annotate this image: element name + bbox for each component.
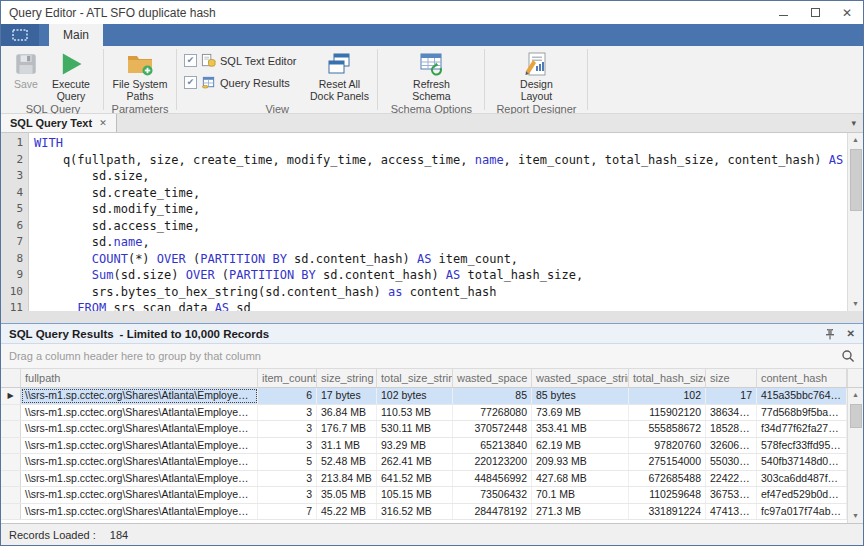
cell-total_hash_size[interactable]: 275154000 xyxy=(629,454,706,470)
cell-total_hash_size[interactable]: 672685488 xyxy=(629,471,706,487)
grid-vertical-scrollbar[interactable]: ▲ ▼ xyxy=(847,388,863,523)
cell-size[interactable]: 55030800 xyxy=(706,454,757,470)
cell-item_count[interactable]: 5 xyxy=(258,454,317,470)
app-menu-button[interactable] xyxy=(1,24,39,46)
code-text[interactable]: q(fullpath, size, create_time, modify_ti… xyxy=(29,152,863,169)
cell-fullpath[interactable]: \\srs-m1.sp.cctec.org\Shares\Atlanta\Emp… xyxy=(21,454,258,470)
cell-size[interactable]: 32606920 xyxy=(706,438,757,454)
panel-splitter[interactable] xyxy=(1,311,863,323)
code-text[interactable]: COUNT(*) OVER (PARTITION BY sd.content_h… xyxy=(29,251,518,268)
code-text[interactable]: sd.access_time, xyxy=(29,218,200,235)
cell-item_count[interactable]: 3 xyxy=(258,438,317,454)
cell-item_count[interactable]: 3 xyxy=(258,421,317,437)
column-header-total_size_string[interactable]: total_size_string xyxy=(377,369,453,387)
cell-item_count[interactable]: 7 xyxy=(258,504,317,520)
cell-fullpath[interactable]: \\srs-m1.sp.cctec.org\Shares\Atlanta\Emp… xyxy=(21,438,258,454)
cell-size_string[interactable]: 176.7 MB xyxy=(317,421,377,437)
table-row[interactable]: \\srs-m1.sp.cctec.org\Shares\Atlanta\Emp… xyxy=(1,471,847,488)
cell-fullpath[interactable]: \\srs-m1.sp.cctec.org\Shares\Atlanta\Emp… xyxy=(21,487,258,503)
search-icon[interactable] xyxy=(841,349,855,363)
cell-wasted_space[interactable]: 73506432 xyxy=(453,487,532,503)
cell-size[interactable]: 224228496 xyxy=(706,471,757,487)
cell-size_string[interactable]: 36.84 MB xyxy=(317,405,377,421)
table-row[interactable]: \\srs-m1.sp.cctec.org\Shares\Atlanta\Emp… xyxy=(1,487,847,504)
cell-size_string[interactable]: 45.22 MB xyxy=(317,504,377,520)
cell-total_size_string[interactable]: 530.11 MB xyxy=(377,421,453,437)
cell-fullpath[interactable]: \\srs-m1.sp.cctec.org\Shares\Atlanta\Emp… xyxy=(21,504,258,520)
design-layout-button[interactable]: Design Layout xyxy=(509,47,563,102)
sql-editor[interactable]: 1WITH2 q(fullpath, size, create_time, mo… xyxy=(1,133,863,311)
code-text[interactable]: sd.create_time, xyxy=(29,185,200,202)
cell-wasted_space[interactable]: 284478192 xyxy=(453,504,532,520)
cell-wasted_space_string[interactable]: 73.69 MB xyxy=(532,405,629,421)
cell-wasted_space_string[interactable]: 271.3 MB xyxy=(532,504,629,520)
cell-content_hash[interactable]: ef47ed529b0d16... xyxy=(757,487,847,503)
cell-wasted_space_string[interactable]: 85 bytes xyxy=(532,388,629,404)
code-text[interactable]: sd.modify_time, xyxy=(29,201,200,218)
cell-content_hash[interactable]: 540fb37148d063... xyxy=(757,454,847,470)
cell-size[interactable]: 17 xyxy=(706,388,757,404)
tab-list-dropdown-icon[interactable]: ▾ xyxy=(851,114,863,132)
cell-content_hash[interactable]: 415a35bbc764ccf... xyxy=(757,388,847,404)
cell-wasted_space_string[interactable]: 209.93 MB xyxy=(532,454,629,470)
cell-size_string[interactable]: 213.84 MB xyxy=(317,471,377,487)
cell-wasted_space_string[interactable]: 427.68 MB xyxy=(532,471,629,487)
cell-content_hash[interactable]: 77d568b9f5ba8c... xyxy=(757,405,847,421)
column-header-size_string[interactable]: size_string xyxy=(317,369,377,387)
pin-icon[interactable] xyxy=(825,328,835,340)
cell-wasted_space[interactable]: 448456992 xyxy=(453,471,532,487)
cell-wasted_space[interactable]: 370572448 xyxy=(453,421,532,437)
cell-item_count[interactable]: 3 xyxy=(258,405,317,421)
maximize-button[interactable] xyxy=(799,1,831,24)
cell-fullpath[interactable]: \\srs-m1.sp.cctec.org\Shares\Atlanta\Emp… xyxy=(21,388,258,404)
table-row[interactable]: \\srs-m1.sp.cctec.org\Shares\Atlanta\Emp… xyxy=(1,438,847,455)
scroll-down-icon[interactable]: ▼ xyxy=(848,297,863,311)
cell-fullpath[interactable]: \\srs-m1.sp.cctec.org\Shares\Atlanta\Emp… xyxy=(21,405,258,421)
cell-wasted_space[interactable]: 77268080 xyxy=(453,405,532,421)
cell-total_size_string[interactable]: 641.52 MB xyxy=(377,471,453,487)
checkbox-checked-icon[interactable]: ✔ xyxy=(184,54,197,67)
cell-total_size_string[interactable]: 105.15 MB xyxy=(377,487,453,503)
code-text[interactable]: Sum(sd.size) OVER (PARTITION BY sd.conte… xyxy=(29,267,583,284)
close-button[interactable]: ✕ xyxy=(831,1,863,24)
panel-close-icon[interactable]: ✕ xyxy=(847,328,855,339)
execute-query-button[interactable]: Execute Query xyxy=(44,47,98,102)
cell-size[interactable]: 38634040 xyxy=(706,405,757,421)
code-text[interactable]: srs.bytes_to_hex_string(sd.content_hash)… xyxy=(29,284,496,301)
cell-content_hash[interactable]: 303ca6dd487f1c0... xyxy=(757,471,847,487)
cell-wasted_space[interactable]: 220123200 xyxy=(453,454,532,470)
cell-content_hash[interactable]: f34d77f62fa27a9... xyxy=(757,421,847,437)
scroll-down-icon[interactable]: ▼ xyxy=(848,509,863,523)
cell-total_size_string[interactable]: 102 bytes xyxy=(377,388,453,404)
code-text[interactable]: FROM srs_scan_data AS sd xyxy=(29,300,251,311)
cell-total_hash_size[interactable]: 115902120 xyxy=(629,405,706,421)
sql-text-editor-checkbox-item[interactable]: ✔ SQL Text Editor xyxy=(184,53,296,68)
reset-dock-panels-button[interactable]: Reset All Dock Panels xyxy=(306,47,372,102)
cell-size_string[interactable]: 35.05 MB xyxy=(317,487,377,503)
cell-size[interactable]: 36753216 xyxy=(706,487,757,503)
save-button[interactable]: Save xyxy=(8,47,44,91)
column-header-content_hash[interactable]: content_hash xyxy=(757,369,847,387)
column-header-size[interactable]: size xyxy=(706,369,757,387)
tab-main[interactable]: Main xyxy=(49,24,103,46)
scroll-up-icon[interactable]: ▲ xyxy=(848,133,863,147)
cell-total_hash_size[interactable]: 102 xyxy=(629,388,706,404)
column-header-fullpath[interactable]: fullpath xyxy=(21,369,258,387)
cell-wasted_space_string[interactable]: 62.19 MB xyxy=(532,438,629,454)
cell-item_count[interactable]: 6 xyxy=(258,388,317,404)
column-header-wasted_space[interactable]: wasted_space xyxy=(453,369,532,387)
checkbox-checked-icon[interactable]: ✔ xyxy=(184,76,197,89)
column-header-item_count[interactable]: item_count xyxy=(258,369,317,387)
cell-size_string[interactable]: 17 bytes xyxy=(317,388,377,404)
cell-fullpath[interactable]: \\srs-m1.sp.cctec.org\Shares\Atlanta\Emp… xyxy=(21,471,258,487)
tab-close-icon[interactable]: ✕ xyxy=(99,118,107,128)
cell-size[interactable]: 185286224 xyxy=(706,421,757,437)
cell-wasted_space[interactable]: 85 xyxy=(453,388,532,404)
code-text[interactable]: WITH xyxy=(29,135,63,152)
table-row[interactable]: ▶\\srs-m1.sp.cctec.org\Shares\Atlanta\Em… xyxy=(1,388,847,405)
column-header-wasted_space_string[interactable]: wasted_space_string xyxy=(532,369,629,387)
table-row[interactable]: \\srs-m1.sp.cctec.org\Shares\Atlanta\Emp… xyxy=(1,421,847,438)
table-row[interactable]: \\srs-m1.sp.cctec.org\Shares\Atlanta\Emp… xyxy=(1,454,847,471)
cell-total_size_string[interactable]: 262.41 MB xyxy=(377,454,453,470)
scrollbar-thumb[interactable] xyxy=(850,149,862,211)
